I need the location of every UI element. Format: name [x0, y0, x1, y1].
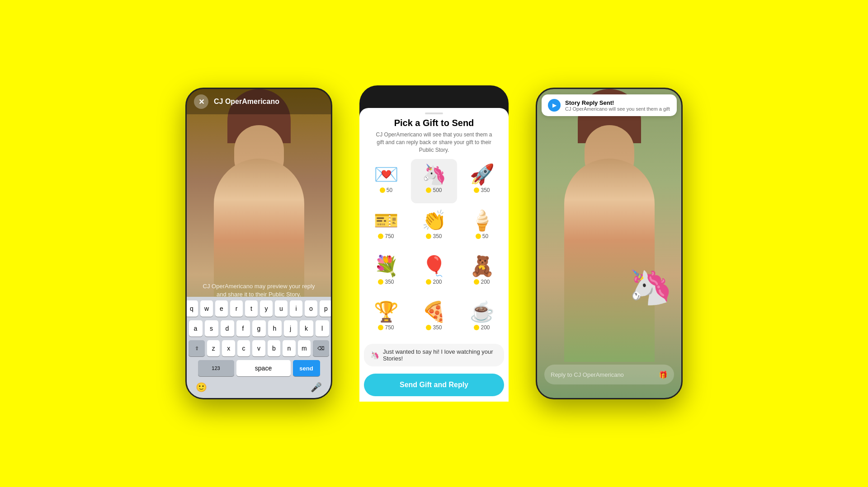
- key-a[interactable]: a: [189, 320, 203, 337]
- gift-item-clap[interactable]: 👏 350: [411, 205, 457, 249]
- gift-emoji-unicorn: 🦄: [422, 164, 447, 184]
- cost-value: 350: [433, 324, 442, 331]
- send-gift-reply-button[interactable]: Send Gift and Reply: [364, 374, 504, 396]
- preview-disclaimer: CJ OperAmericano may preview your reply …: [187, 282, 331, 299]
- coin-icon: [474, 279, 479, 285]
- gift-cost-balloon: 200: [426, 279, 442, 285]
- keyboard-row-3: ⇧ z x c v b n m ⌫: [189, 340, 329, 356]
- gift-cost-pizza: 350: [426, 324, 442, 331]
- reply-preview-bar: 🦄 Just wanted to say hi! I love watching…: [364, 344, 504, 366]
- close-button[interactable]: ✕: [194, 94, 208, 109]
- gift-cost-trophy: 750: [378, 324, 394, 331]
- gift-item-flowers[interactable]: 💐 350: [363, 251, 409, 295]
- gift-item-rocket[interactable]: 🚀 350: [459, 159, 505, 203]
- key-l[interactable]: l: [316, 320, 329, 337]
- key-c[interactable]: c: [237, 340, 250, 356]
- key-i[interactable]: i: [290, 300, 302, 317]
- cost-value: 750: [385, 233, 394, 239]
- key-x[interactable]: x: [222, 340, 235, 356]
- microphone-button[interactable]: 🎤: [311, 382, 322, 393]
- key-s[interactable]: s: [205, 320, 218, 337]
- key-b[interactable]: b: [268, 340, 280, 356]
- coin-icon: [378, 279, 383, 285]
- gift-item-trophy[interactable]: 🏆 750: [363, 296, 409, 340]
- key-y[interactable]: y: [260, 300, 273, 317]
- notification-subtitle: CJ OperAmericano will see you sent them …: [565, 106, 670, 112]
- gift-item-balloon[interactable]: 🎈 200: [411, 251, 457, 295]
- gift-item-vip[interactable]: 🎫 750: [363, 205, 409, 249]
- key-h[interactable]: h: [268, 320, 282, 337]
- keyboard-row-1: q w e r t y u i o p: [189, 300, 329, 317]
- emoji-button[interactable]: 🙂: [196, 382, 207, 393]
- cost-value: 200: [433, 279, 442, 285]
- phone-after-send: ▶ Story Reply Sent! CJ OperAmericano wil…: [536, 88, 683, 399]
- gift-emoji-bear: 🧸: [470, 256, 495, 276]
- coin-icon: [476, 234, 481, 239]
- cost-value: 50: [387, 187, 392, 193]
- coin-icon: [380, 187, 385, 193]
- gift-item-unicorn[interactable]: 🦄 500: [411, 159, 457, 203]
- key-r[interactable]: r: [230, 300, 243, 317]
- gift-cost-bear: 200: [474, 279, 490, 285]
- key-v[interactable]: v: [252, 340, 265, 356]
- notification-title: Story Reply Sent!: [565, 99, 670, 106]
- key-k[interactable]: k: [300, 320, 313, 337]
- story-bg-after: [537, 89, 681, 398]
- gift-picker-title: Pick a Gift to Send: [359, 118, 509, 128]
- cost-value: 50: [482, 233, 488, 239]
- gifts-grid: 💌 50 🦄 500 🚀 350: [359, 159, 509, 340]
- key-e[interactable]: e: [215, 300, 228, 317]
- key-numbers[interactable]: 123: [198, 360, 234, 376]
- key-q[interactable]: q: [185, 300, 198, 317]
- keyboard-bottom-bar: 🙂 🎤: [189, 380, 329, 394]
- gift-item-coffee[interactable]: ☕ 200: [459, 296, 505, 340]
- coin-icon: [426, 234, 431, 239]
- key-o[interactable]: o: [305, 300, 317, 317]
- reply-input-after[interactable]: Reply to CJ OperAmericano 🎁: [544, 365, 674, 384]
- gift-emoji-vip: 🎫: [374, 211, 399, 230]
- gift-cost-rocket: 350: [474, 187, 490, 193]
- key-f[interactable]: f: [236, 320, 250, 337]
- key-p[interactable]: p: [320, 300, 332, 317]
- sheet-handle: [425, 112, 443, 114]
- gift-emoji-rocket: 🚀: [470, 164, 495, 184]
- key-shift[interactable]: ⇧: [189, 340, 205, 356]
- gift-emoji-trophy: 🏆: [374, 302, 399, 322]
- cost-value: 200: [481, 279, 490, 285]
- key-send[interactable]: send: [293, 360, 320, 376]
- gift-small-icon[interactable]: 🎁: [659, 370, 668, 379]
- cost-value: 500: [433, 187, 442, 193]
- keyboard-row-4: 123 space send: [189, 360, 329, 376]
- gift-item-bear[interactable]: 🧸 200: [459, 251, 505, 295]
- gift-sheet: Pick a Gift to Send CJ OperAmericano wil…: [359, 108, 509, 402]
- cost-value: 350: [385, 279, 394, 285]
- gift-item-love-letter[interactable]: 💌 50: [363, 159, 409, 203]
- gift-cost-unicorn: 500: [426, 187, 442, 193]
- key-n[interactable]: n: [283, 340, 295, 356]
- key-t[interactable]: t: [245, 300, 258, 317]
- key-z[interactable]: z: [207, 340, 220, 356]
- gift-emoji-love-letter: 💌: [374, 164, 399, 184]
- coin-icon: [378, 234, 383, 239]
- gift-item-pizza[interactable]: 🍕 350: [411, 296, 457, 340]
- key-g[interactable]: g: [252, 320, 266, 337]
- key-backspace[interactable]: ⌫: [313, 340, 329, 356]
- key-space[interactable]: space: [236, 360, 291, 376]
- reply-placeholder-text: Reply to CJ OperAmericano: [551, 371, 659, 378]
- coin-icon: [378, 325, 383, 330]
- key-d[interactable]: d: [221, 320, 234, 337]
- key-j[interactable]: j: [284, 320, 297, 337]
- gift-item-icecream[interactable]: 🍦 50: [459, 205, 505, 249]
- gift-cost-coffee: 200: [474, 324, 490, 331]
- notification-icon: ▶: [548, 99, 561, 112]
- coin-icon: [426, 279, 431, 285]
- notification-banner[interactable]: ▶ Story Reply Sent! CJ OperAmericano wil…: [542, 94, 677, 116]
- gift-emoji-balloon: 🎈: [422, 256, 447, 276]
- story-header: ✕ CJ OperAmericano: [187, 89, 331, 114]
- notification-text: Story Reply Sent! CJ OperAmericano will …: [565, 99, 670, 112]
- key-w[interactable]: w: [200, 300, 213, 317]
- gift-picker-subtitle: CJ OperAmericano will see that you sent …: [359, 131, 509, 154]
- key-m[interactable]: m: [298, 340, 311, 356]
- reply-preview-message: Just wanted to say hi! I love watching y…: [383, 348, 498, 362]
- key-u[interactable]: u: [275, 300, 288, 317]
